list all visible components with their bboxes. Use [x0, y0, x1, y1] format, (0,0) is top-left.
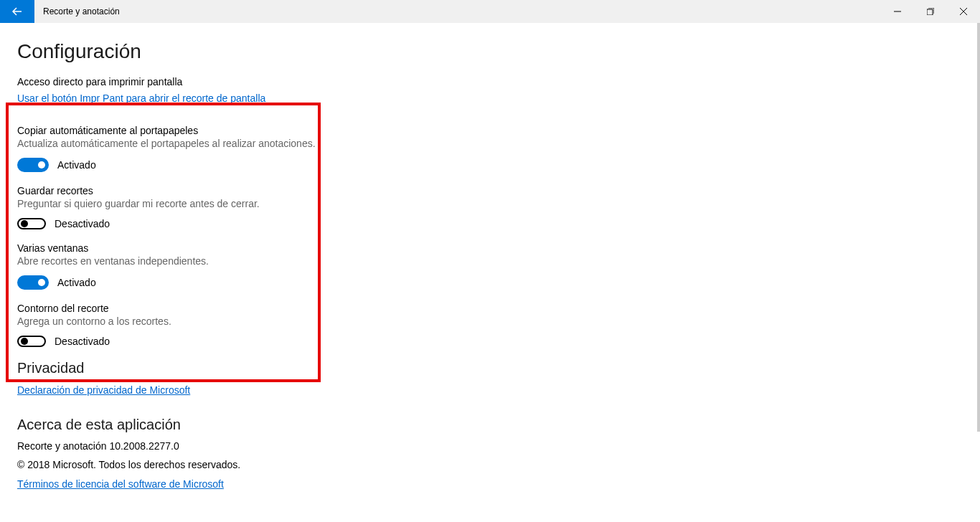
about-heading: Acerca de esta aplicación — [17, 417, 963, 433]
print-shortcut-section: Acceso directo para imprimir pantalla Us… — [17, 76, 963, 105]
toggle-multi-window[interactable] — [17, 275, 49, 290]
page-heading: Configuración — [17, 40, 963, 63]
toggle-auto-copy[interactable] — [17, 158, 49, 172]
toggle-state-label: Desactivado — [55, 218, 110, 229]
minimize-button[interactable] — [881, 0, 914, 23]
setting-title: Guardar recortes — [17, 185, 963, 196]
setting-auto-copy: Copiar automáticamente al portapapeles A… — [17, 125, 963, 172]
close-button[interactable] — [947, 0, 980, 23]
maximize-button[interactable] — [914, 0, 947, 23]
print-shortcut-link[interactable]: Usar el botón Impr Pant para abrir el re… — [17, 92, 265, 104]
setting-desc: Preguntar si quiero guardar mi recorte a… — [17, 198, 963, 209]
app-title: Recorte y anotación — [43, 6, 120, 16]
toggle-state-label: Desactivado — [55, 336, 110, 347]
window-controls — [881, 0, 980, 23]
content-area: Configuración Acceso directo para imprim… — [0, 23, 980, 522]
back-button[interactable] — [0, 0, 34, 23]
toggle-save-snips[interactable] — [17, 218, 46, 229]
about-version: Recorte y anotación 10.2008.2277.0 — [17, 440, 963, 452]
titlebar: Recorte y anotación — [0, 0, 980, 23]
toggle-snip-outline[interactable] — [17, 336, 46, 347]
privacy-heading: Privacidad — [17, 360, 963, 376]
minimize-icon — [894, 8, 901, 15]
license-link[interactable]: Términos de licencia del software de Mic… — [17, 478, 224, 490]
toggle-state-label: Activado — [57, 159, 96, 171]
setting-desc: Abre recortes en ventanas independientes… — [17, 255, 963, 267]
maximize-icon — [927, 8, 934, 15]
setting-title: Varias ventanas — [17, 242, 963, 254]
setting-save-snips: Guardar recortes Preguntar si quiero gua… — [17, 185, 963, 229]
setting-desc: Actualiza automáticamente el portapapele… — [17, 138, 963, 149]
scrollbar[interactable] — [977, 23, 980, 432]
setting-title: Copiar automáticamente al portapapeles — [17, 125, 963, 136]
setting-multi-window: Varias ventanas Abre recortes en ventana… — [17, 242, 963, 290]
close-icon — [960, 8, 967, 15]
privacy-link[interactable]: Declaración de privacidad de Microsoft — [17, 384, 190, 396]
setting-title: Contorno del recorte — [17, 303, 963, 314]
setting-desc: Agrega un contorno a los recortes. — [17, 315, 963, 327]
setting-snip-outline: Contorno del recorte Agrega un contorno … — [17, 303, 963, 347]
about-copyright: © 2018 Microsoft. Todos los derechos res… — [17, 459, 963, 470]
print-shortcut-title: Acceso directo para imprimir pantalla — [17, 76, 963, 87]
arrow-left-icon — [11, 6, 23, 17]
toggle-state-label: Activado — [57, 277, 96, 288]
